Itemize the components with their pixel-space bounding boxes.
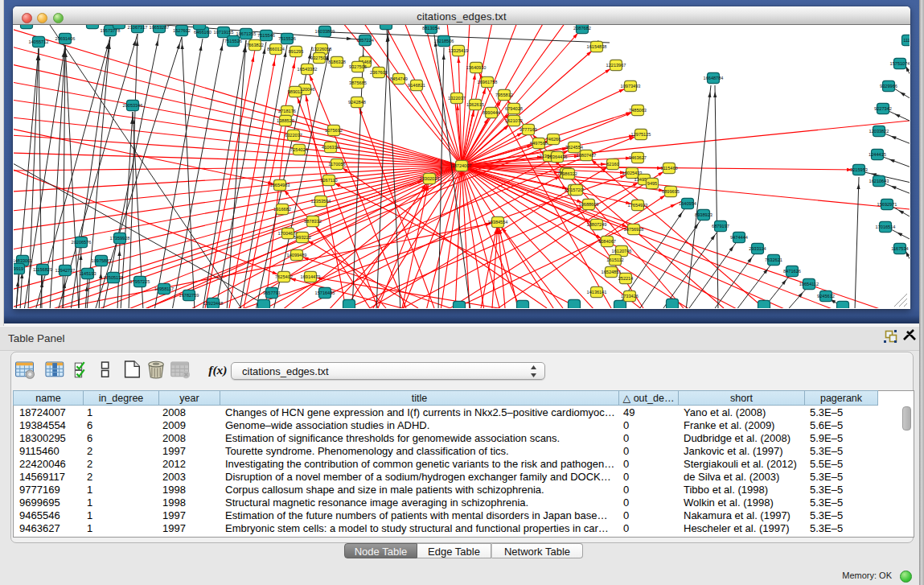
svg-text:9327509: 9327509: [310, 56, 328, 60]
svg-text:1388520: 1388520: [277, 118, 294, 123]
svg-text:7254024: 7254024: [290, 147, 308, 152]
svg-text:1733426: 1733426: [621, 294, 639, 299]
svg-text:12353594: 12353594: [311, 199, 331, 204]
svg-text:9245612: 9245612: [817, 294, 835, 299]
svg-text:6466160: 6466160: [194, 30, 211, 35]
svg-text:9474444: 9474444: [730, 235, 748, 240]
svg-text:16782759: 16782759: [179, 293, 199, 298]
svg-text:12213967: 12213967: [606, 63, 626, 68]
svg-text:19756928: 19756928: [624, 227, 644, 232]
svg-text:10671355: 10671355: [236, 31, 257, 36]
svg-text:9657791: 9657791: [263, 290, 281, 295]
svg-text:12942737: 12942737: [55, 268, 76, 273]
svg-text:12505135: 12505135: [104, 275, 124, 280]
svg-text:2087682: 2087682: [573, 26, 591, 31]
svg-text:16543382: 16543382: [298, 67, 318, 72]
svg-text:252214: 252214: [618, 276, 634, 281]
svg-text:10719155: 10719155: [214, 30, 234, 35]
svg-text:15751074: 15751074: [890, 61, 910, 66]
svg-text:8186328: 8186328: [328, 60, 346, 64]
svg-text:16648784: 16648784: [704, 76, 724, 80]
svg-text:13640910: 13640910: [466, 65, 487, 70]
svg-text:7955812: 7955812: [495, 93, 513, 97]
svg-text:16524851: 16524851: [602, 270, 622, 274]
svg-text:9242848: 9242848: [348, 100, 366, 105]
svg-text:2718176: 2718176: [278, 109, 296, 113]
svg-text:7515526: 7515526: [224, 39, 242, 43]
svg-text:3878332: 3878332: [304, 219, 322, 224]
svg-text:7515526: 7515526: [278, 36, 296, 41]
svg-text:62160: 62160: [606, 162, 619, 167]
svg-text:746266: 746266: [546, 137, 561, 142]
svg-text:3624554: 3624554: [565, 145, 583, 150]
svg-text:9084067: 9084067: [598, 239, 616, 244]
svg-text:1640954: 1640954: [679, 201, 696, 206]
svg-text:17016514: 17016514: [876, 225, 896, 229]
svg-text:2933114: 2933114: [749, 246, 766, 251]
svg-text:8454749: 8454749: [390, 76, 408, 81]
svg-text:1145193: 1145193: [79, 271, 96, 276]
svg-text:7663822: 7663822: [246, 43, 264, 47]
svg-text:1527602: 1527602: [173, 28, 191, 33]
svg-text:10653287: 10653287: [150, 25, 170, 30]
svg-text:16033809: 16033809: [315, 29, 335, 34]
svg-text:10975887: 10975887: [92, 258, 112, 263]
svg-text:20691406: 20691406: [55, 36, 76, 41]
svg-text:16210643: 16210643: [869, 179, 889, 183]
svg-text:12975125: 12975125: [631, 132, 651, 137]
svg-text:15692971: 15692971: [877, 202, 897, 207]
svg-text:8813054: 8813054: [422, 26, 440, 31]
svg-text:19218506: 19218506: [434, 39, 454, 43]
svg-text:f(x): f(x): [208, 363, 227, 377]
svg-text:17359928: 17359928: [110, 236, 130, 241]
svg-text:6879197: 6879197: [712, 224, 729, 229]
svg-text:6794028: 6794028: [505, 106, 523, 111]
svg-text:989012: 989012: [288, 89, 303, 94]
svg-text:1167534: 1167534: [891, 246, 908, 251]
svg-text:9327505: 9327505: [349, 64, 367, 69]
svg-text:1117: 1117: [903, 38, 910, 43]
svg-text:10654112: 10654112: [799, 282, 819, 286]
svg-text:9146821: 9146821: [408, 83, 425, 88]
svg-text:9919: 9919: [14, 266, 23, 271]
svg-text:8660124: 8660124: [267, 47, 285, 51]
svg-text:6497568: 6497568: [530, 141, 548, 146]
svg-text:20364436: 20364436: [548, 154, 568, 159]
svg-text:1362615: 1362615: [466, 102, 484, 107]
svg-text:8990444: 8990444: [483, 110, 500, 115]
svg-text:1621072: 1621072: [505, 118, 523, 123]
svg-text:3215953: 3215953: [850, 167, 868, 172]
svg-text:7625402: 7625402: [275, 274, 293, 279]
svg-text:1170056: 1170056: [328, 162, 345, 167]
svg-text:16120746: 16120746: [612, 249, 632, 253]
svg-text:14055712: 14055712: [29, 39, 49, 44]
svg-text:20053346: 20053346: [123, 103, 143, 108]
svg-text:13325419: 13325419: [449, 48, 469, 53]
svg-text:2367608: 2367608: [370, 70, 388, 75]
svg-text:15720: 15720: [570, 187, 583, 192]
svg-text:6322037: 6322037: [285, 133, 302, 138]
svg-text:4106310: 4106310: [322, 145, 339, 150]
svg-text:12923448: 12923448: [203, 301, 224, 306]
svg-text:9329966: 9329966: [880, 84, 897, 89]
svg-text:16914479: 16914479: [301, 274, 321, 279]
svg-text:20206576: 20206576: [72, 240, 92, 245]
svg-text:19384554: 19384554: [488, 220, 508, 225]
svg-text:1322037: 1322037: [448, 96, 466, 101]
svg-text:7485063: 7485063: [629, 108, 647, 113]
svg-text:9115460: 9115460: [660, 166, 677, 171]
svg-text:1615112: 1615112: [606, 257, 623, 262]
svg-text:1916682: 1916682: [273, 207, 291, 212]
svg-text:10688609: 10688609: [579, 202, 599, 207]
svg-text:11156829: 11156829: [33, 267, 52, 272]
svg-text:7632621: 7632621: [765, 257, 782, 262]
svg-text:18807249: 18807249: [587, 222, 607, 227]
svg-text:13226058: 13226058: [312, 47, 332, 51]
svg-text:3875685: 3875685: [349, 80, 367, 85]
svg-text:7515546: 7515546: [257, 33, 275, 38]
svg-text:14833001: 14833001: [14, 258, 32, 263]
svg-text:8471626: 8471626: [783, 269, 801, 274]
svg-text:5493222: 5493222: [294, 235, 311, 240]
svg-text:6899695: 6899695: [662, 189, 680, 194]
svg-text:9495: 9495: [647, 181, 657, 186]
